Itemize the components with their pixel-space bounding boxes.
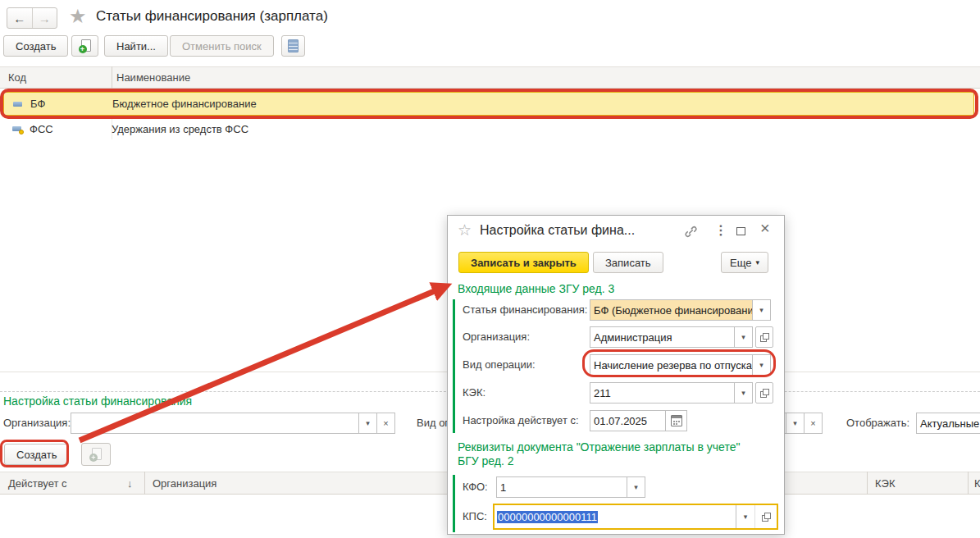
date-field[interactable]: 01.07.2025	[590, 410, 687, 431]
clear-button[interactable]: ×	[805, 413, 823, 434]
clear-icon: ×	[383, 418, 388, 428]
maximize-icon[interactable]	[736, 227, 745, 235]
dropdown-button[interactable]: ▾	[786, 413, 805, 434]
save-button[interactable]: Записать	[593, 252, 663, 273]
more-button[interactable]: Еще▾	[721, 252, 768, 273]
favorites-star-icon[interactable]: ★	[69, 5, 87, 28]
org-filter-combobox[interactable]: ▾ ×	[71, 413, 395, 434]
dropdown-button[interactable]: ▾	[753, 354, 771, 376]
close-icon[interactable]: ×	[760, 219, 770, 238]
save-and-close-button[interactable]: Записать и закрыть	[458, 252, 589, 273]
section-heading-line2: БГУ ред. 2	[458, 454, 740, 468]
kek-input[interactable]: 211	[590, 382, 735, 404]
table-row-bf[interactable]: БФ Бюджетное финансирование	[3, 92, 974, 116]
dialog-title: Настройка статьи фина...	[480, 223, 635, 238]
table-row-fss[interactable]: ФСС Удержания из средств ФСС	[3, 117, 974, 140]
calendar-button[interactable]	[666, 410, 687, 431]
row-name: Бюджетное финансирование	[112, 98, 257, 110]
open-icon	[762, 513, 771, 522]
dropdown-button[interactable]: ▾	[736, 505, 754, 528]
org-filter-label: Организация:	[3, 417, 71, 429]
calendar-icon	[671, 415, 682, 426]
date-input[interactable]: 01.07.2025	[590, 410, 666, 431]
find-button[interactable]: Найти...	[104, 35, 168, 57]
list-settings-button[interactable]	[281, 35, 305, 57]
organization-input[interactable]: Администрация	[590, 326, 735, 348]
dropdown-button[interactable]: ▾	[627, 476, 645, 498]
operation-input[interactable]: Начисление резерва по отпуска	[590, 354, 753, 376]
open-icon	[760, 389, 769, 398]
article-combobox[interactable]: БФ (Бюджетное финансировани ▾	[590, 299, 771, 321]
app-window: ← → ★ Статьи финансирования (зарплата) С…	[0, 0, 980, 538]
section-heading-requisites: Реквизиты документа "Отражение зарплаты …	[458, 440, 740, 468]
column-header-kek[interactable]: КЭК	[875, 472, 896, 494]
list-header: Код Наименование	[0, 66, 980, 89]
org-filter-input[interactable]	[71, 413, 359, 434]
list-icon	[288, 39, 299, 52]
settings-create-by-copy-button[interactable]: +	[81, 443, 111, 466]
chevron-down-icon: ▾	[741, 389, 745, 397]
dropdown-button[interactable]: ▾	[735, 382, 753, 404]
back-button[interactable]: ←	[7, 8, 33, 28]
chevron-down-icon: ▾	[366, 419, 370, 427]
column-header-date[interactable]: Действует с	[8, 472, 67, 494]
column-header-code[interactable]: Код	[8, 67, 26, 88]
article-label: Статья финансирования:	[463, 303, 587, 316]
display-filter-label: Отображать:	[846, 417, 909, 429]
display-filter-select[interactable]: Актуальные	[916, 413, 980, 434]
settings-create-button[interactable]: Создать	[4, 444, 69, 465]
dialog-star-icon[interactable]: ☆	[458, 221, 472, 239]
link-icon[interactable]	[684, 225, 698, 242]
kek-label: КЭК:	[463, 386, 485, 399]
chevron-down-icon: ▾	[741, 333, 745, 341]
kfo-input[interactable]: 1	[496, 476, 627, 498]
organization-label: Организация:	[463, 331, 530, 343]
dropdown-button[interactable]: ▾	[735, 326, 753, 348]
new-document-icon: +	[80, 39, 91, 52]
clear-button[interactable]: ×	[377, 413, 395, 434]
kfo-combobox[interactable]: 1 ▾	[496, 476, 645, 498]
column-divider	[867, 472, 868, 495]
forward-arrow-icon: →	[39, 11, 51, 25]
kek-combobox[interactable]: 211 ▾	[590, 382, 753, 404]
section-heading-line1: Реквизиты документа "Отражение зарплаты …	[458, 440, 740, 454]
kps-label: КПС:	[463, 510, 487, 522]
group-indicator-bar	[453, 475, 455, 532]
date-label: Настройка действует с:	[463, 414, 579, 426]
chevron-down-icon: ▾	[744, 513, 748, 521]
kebab-menu-icon[interactable]: ⋮	[714, 222, 727, 238]
page-title: Статьи финансирования (зарплата)	[96, 8, 328, 25]
dropdown-button[interactable]: ▾	[753, 299, 771, 321]
create-by-copy-button[interactable]: +	[71, 35, 98, 57]
back-arrow-icon: ←	[13, 11, 25, 25]
settings-section-heading: Настройка статьи финансирования	[3, 394, 192, 408]
kps-input[interactable]: 00000000000000111	[495, 505, 736, 528]
dialog-window: ☆ Настройка статьи фина... ⋮ × Записать …	[447, 215, 785, 535]
predefined-element-icon	[12, 126, 21, 131]
operation-combobox[interactable]: Начисление резерва по отпуска ▾	[590, 354, 771, 376]
open-button[interactable]	[755, 326, 773, 348]
column-header-kps[interactable]: К	[974, 472, 980, 494]
row-code: БФ	[30, 98, 112, 110]
column-header-org[interactable]: Организация	[153, 472, 217, 494]
column-divider	[144, 472, 145, 495]
cancel-search-button[interactable]: Отменить поиск	[170, 35, 274, 57]
column-divider	[968, 472, 969, 495]
organization-combobox[interactable]: Администрация ▾	[590, 326, 753, 348]
article-input[interactable]: БФ (Бюджетное финансировани	[590, 299, 753, 321]
dropdown-button[interactable]: ▾	[359, 413, 377, 434]
chevron-down-icon: ▾	[634, 483, 638, 491]
create-button[interactable]: Создать	[3, 35, 68, 57]
chevron-down-icon: ▾	[755, 258, 759, 267]
kps-combobox[interactable]: 00000000000000111 ▾	[493, 504, 778, 530]
forward-button[interactable]: →	[33, 8, 57, 28]
open-icon	[760, 333, 769, 342]
column-header-name[interactable]: Наименование	[116, 67, 190, 88]
kps-selected-text: 00000000000000111	[497, 511, 598, 523]
sort-descending-icon[interactable]: ↓	[127, 472, 133, 494]
open-button[interactable]	[754, 505, 777, 528]
open-button[interactable]	[755, 382, 773, 404]
kfo-label: КФО:	[463, 481, 488, 493]
row-code: ФСС	[30, 123, 112, 135]
column-divider	[112, 66, 112, 89]
